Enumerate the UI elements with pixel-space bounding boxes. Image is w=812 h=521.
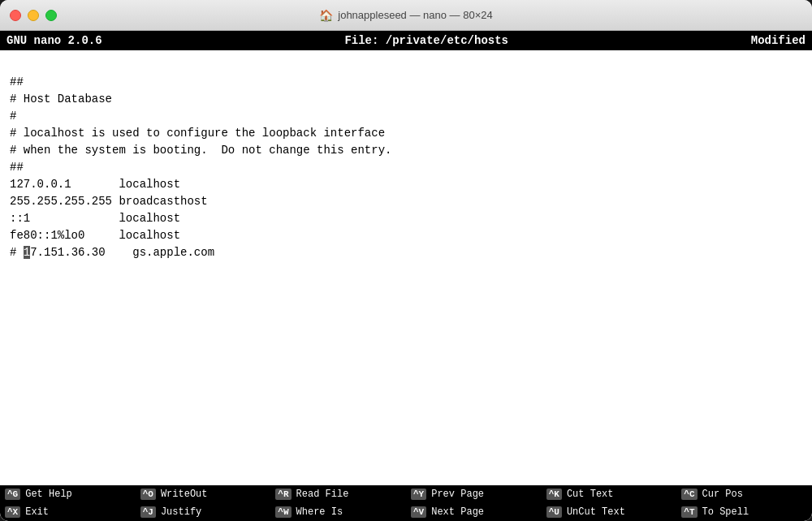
label-writeout: WriteOut: [161, 489, 208, 500]
maximize-button[interactable]: [45, 10, 57, 21]
footer-item-get-help[interactable]: ^G Get Help: [0, 488, 136, 501]
label-next-page: Next Page: [431, 506, 484, 518]
terminal-window: 🏠 johnappleseed — nano — 80×24 GNU nano …: [0, 0, 812, 521]
footer-item-cut-text[interactable]: ^K Cut Text: [542, 488, 677, 501]
label-uncut-text: UnCut Text: [567, 506, 625, 518]
key-ctrl-j: ^J: [140, 506, 156, 518]
label-justify: Justify: [161, 506, 201, 518]
nano-editor[interactable]: GNU nano 2.0.6 File: /private/etc/hosts …: [0, 31, 812, 521]
footer-item-next-page[interactable]: ^V Next Page: [406, 506, 542, 519]
key-ctrl-x: ^X: [5, 506, 20, 518]
footer-item-exit[interactable]: ^X Exit: [0, 506, 136, 519]
footer-item-to-spell[interactable]: ^T To Spell: [676, 506, 812, 519]
key-ctrl-t: ^T: [681, 506, 697, 518]
label-exit: Exit: [25, 506, 49, 518]
close-button[interactable]: [10, 10, 21, 21]
title-text: johnappleseed — nano — 80×24: [338, 9, 492, 21]
label-cur-pos: Cur Pos: [702, 489, 743, 500]
label-get-help: Get Help: [25, 489, 72, 500]
label-cut-text: Cut Text: [567, 489, 614, 500]
footer-row-1: ^G Get Help ^O WriteOut ^R Read File ^Y …: [0, 485, 812, 503]
label-prev-page: Prev Page: [431, 489, 484, 500]
key-ctrl-c: ^C: [681, 489, 697, 500]
footer-item-uncut-text[interactable]: ^U UnCut Text: [542, 506, 677, 519]
nano-modified-status: Modified: [751, 34, 806, 47]
home-icon: 🏠: [319, 9, 333, 22]
footer-item-prev-page[interactable]: ^Y Prev Page: [406, 488, 542, 501]
key-ctrl-w: ^W: [275, 506, 291, 518]
footer-item-writeout[interactable]: ^O WriteOut: [136, 488, 271, 501]
label-where-is: Where Is: [296, 506, 343, 518]
minimize-button[interactable]: [28, 10, 39, 21]
label-to-spell: To Spell: [702, 506, 749, 518]
nano-version: GNU nano 2.0.6: [6, 34, 102, 47]
footer-item-where-is[interactable]: ^W Where Is: [270, 506, 406, 519]
nano-filename: File: /private/etc/hosts: [344, 34, 508, 47]
footer-item-read-file[interactable]: ^R Read File: [270, 488, 406, 501]
key-ctrl-r: ^R: [275, 489, 291, 500]
footer-item-cur-pos[interactable]: ^C Cur Pos: [676, 488, 812, 501]
key-ctrl-o: ^O: [140, 489, 156, 500]
footer-item-justify[interactable]: ^J Justify: [136, 506, 271, 519]
title-bar: 🏠 johnappleseed — nano — 80×24: [0, 0, 812, 31]
window-title: 🏠 johnappleseed — nano — 80×24: [319, 9, 492, 22]
key-ctrl-v: ^V: [411, 506, 426, 518]
cursor: 1: [24, 246, 30, 259]
nano-editor-body[interactable]: ## # Host Database # # localhost is used…: [0, 50, 812, 485]
key-ctrl-k: ^K: [546, 489, 562, 500]
nano-header-bar: GNU nano 2.0.6 File: /private/etc/hosts …: [0, 31, 812, 50]
footer-row-2: ^X Exit ^J Justify ^W Where Is ^V Next P…: [0, 503, 812, 521]
editor-line-1: ## # Host Database # # localhost is used…: [10, 75, 391, 259]
label-read-file: Read File: [296, 489, 349, 500]
traffic-lights[interactable]: [10, 10, 57, 21]
nano-footer: ^G Get Help ^O WriteOut ^R Read File ^Y …: [0, 485, 812, 521]
key-ctrl-y: ^Y: [411, 489, 426, 500]
key-ctrl-u: ^U: [546, 506, 562, 518]
key-ctrl-g: ^G: [5, 489, 20, 500]
